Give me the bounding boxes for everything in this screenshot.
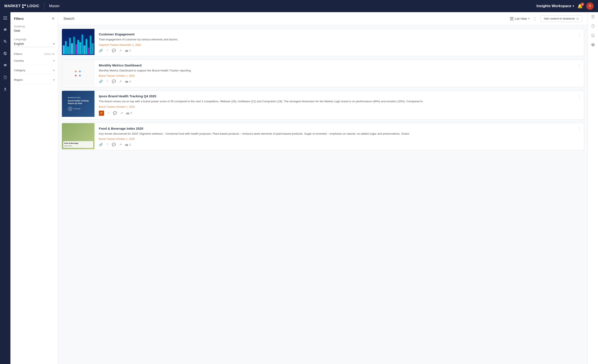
result-body: Customer Engagement Total engagement of … (94, 29, 575, 56)
result-meta: Brand Tracker-October 1, 2020 (99, 74, 570, 77)
sidebar-home-button[interactable] (2, 26, 8, 34)
logo-text: MARKET (4, 4, 21, 8)
save-panel-button[interactable] (591, 33, 595, 38)
country-filter-toggle[interactable]: Country ▾ (14, 59, 55, 62)
right-panel (588, 12, 598, 364)
view-count: 4 (125, 80, 131, 83)
share-icon[interactable]: ↗ (120, 111, 123, 115)
region-filter-toggle[interactable]: Region ▾ (14, 78, 55, 82)
search-page-title: Search (63, 17, 75, 21)
view-count: 2 (125, 49, 131, 52)
sidebar-academy-button[interactable] (2, 62, 8, 70)
add-notebook-button[interactable]: Add content to Notebook (540, 15, 582, 22)
user-avatar[interactable]: Y (586, 2, 594, 10)
link-icon[interactable]: 🔗 (99, 49, 103, 53)
filters-title: Filters (14, 17, 24, 20)
link-icon[interactable]: 🔗 (99, 143, 103, 147)
language-section: Language English ▾ (14, 38, 55, 47)
country-arrow-icon: ▾ (53, 59, 55, 62)
category-filter-toggle[interactable]: Category ▾ (14, 69, 55, 72)
like-icon[interactable]: ♡ (106, 143, 109, 147)
comment-icon[interactable]: 💬 (112, 143, 116, 147)
result-more-button[interactable]: ⋮ (577, 32, 581, 37)
notification-button[interactable]: 🔔 3 (577, 3, 583, 9)
sidebar-globe-button[interactable] (2, 50, 8, 58)
like-icon[interactable]: ♡ (107, 111, 110, 115)
nav-master-label: Master (49, 4, 60, 8)
country-filter: Country ▾ (14, 59, 55, 65)
result-item: MARKETLOGIC Brand Health TrackingReport … (62, 91, 584, 119)
like-icon[interactable]: ♡ (106, 49, 109, 53)
nav-divider (44, 3, 44, 9)
nav-left: MARKET LOGIC Master (4, 3, 60, 9)
country-label: Country (14, 59, 24, 62)
content-header-actions: List View ▾ ⋮ Add content to Notebook (510, 15, 582, 22)
logo[interactable]: MARKET LOGIC (4, 4, 39, 8)
avatar-initial: Y (589, 4, 591, 8)
result-meta: Segment Tracker-November 1, 2020 (99, 43, 570, 47)
language-arrow-icon: ▾ (53, 42, 55, 45)
list-view-arrow-icon: ▾ (528, 17, 530, 20)
view-count: 5 (126, 111, 132, 115)
clear-all-button[interactable]: Clear All (44, 52, 55, 56)
document-panel-button[interactable] (591, 24, 595, 29)
eye-icon (125, 143, 128, 146)
svg-rect-2 (3, 19, 7, 20)
category-filter: Category ▾ (14, 69, 55, 75)
language-value: English (14, 42, 24, 46)
comment-icon[interactable]: 💬 (112, 49, 116, 53)
sidebar-reports-button[interactable] (2, 74, 8, 82)
sorted-by-label: Sorted by (14, 25, 55, 28)
result-overflow: ⋮ (575, 91, 584, 119)
region-filter: Region ▾ (14, 78, 55, 84)
sidebar-search-button[interactable] (2, 38, 8, 46)
share-icon[interactable]: ↗ (119, 49, 122, 53)
link-icon[interactable]: 🔗 (99, 80, 103, 83)
like-icon[interactable]: ♡ (106, 80, 109, 83)
notebook-icon (591, 15, 595, 19)
svg-rect-3 (510, 17, 514, 17)
filters-sublabel: Filters (14, 52, 22, 56)
share-icon[interactable]: ↗ (119, 143, 122, 147)
result-more-button[interactable]: ⋮ (577, 127, 581, 131)
list-view-icon (510, 17, 514, 20)
sort-section: Sorted by Date (14, 25, 55, 32)
result-item: Customer Engagement Total engagement of … (62, 29, 584, 56)
notebook-panel-button[interactable] (591, 15, 595, 20)
help-icon (591, 43, 595, 47)
share-icon[interactable]: ↗ (119, 80, 122, 83)
content-more-button[interactable]: ⋮ (533, 16, 537, 21)
result-description: Key trends discovered for 2020: Digestiv… (99, 132, 570, 136)
result-overflow: ⋮ (575, 60, 584, 87)
result-body: Ipsos Brand Health Tracking Q4 2020 The … (94, 91, 575, 119)
brand-thumbnail-text: MARKETLOGIC Brand Health TrackingReport … (66, 94, 91, 114)
result-more-button[interactable]: ⋮ (577, 63, 581, 68)
filter-close-button[interactable]: ✕ (52, 17, 55, 21)
help-panel-button[interactable] (591, 43, 595, 48)
result-description: Monthly Metrics Dashboard to support the… (99, 68, 570, 73)
language-label: Language (14, 38, 55, 41)
result-more-button[interactable]: ⋮ (577, 94, 581, 99)
content-area: Search List View ▾ ⋮ Add content to Note… (58, 12, 588, 364)
workspace-label: Insights Workspace (537, 4, 571, 8)
sidebar-upload-button[interactable] (2, 86, 8, 94)
language-dropdown[interactable]: English ▾ (14, 42, 55, 47)
list-view-toggle[interactable]: List View ▾ (510, 17, 530, 20)
workspace-switcher[interactable]: Insights Workspace (537, 4, 574, 8)
result-body: Monthly Metrics Dashboard Monthly Metric… (94, 60, 575, 87)
comment-icon[interactable]: 💬 (113, 111, 117, 115)
result-body: Food & Beverage Index 2020 Key trends di… (94, 123, 575, 150)
result-title: Food & Beverage Index 2020 (99, 127, 570, 130)
result-item: Food & Beverage Index 2020 Food & Bevera… (62, 123, 584, 150)
result-actions: 🔗 ♡ 💬 ↗ 3 (99, 143, 570, 147)
nav-right: Insights Workspace 🔔 3 Y (537, 2, 594, 10)
filter-header: Filters ✕ (14, 17, 55, 21)
view-count: 3 (125, 143, 131, 146)
cross-pattern-icon: + + + + (75, 69, 82, 76)
logo-text-2: LOGIC (27, 4, 39, 8)
comment-icon[interactable]: 💬 (112, 80, 116, 83)
result-actions: 🔗 ♡ 💬 ↗ 4 (99, 80, 570, 83)
eye-icon (126, 112, 129, 115)
sidebar-collapse-button[interactable] (2, 15, 8, 22)
svg-rect-1 (3, 18, 7, 18)
